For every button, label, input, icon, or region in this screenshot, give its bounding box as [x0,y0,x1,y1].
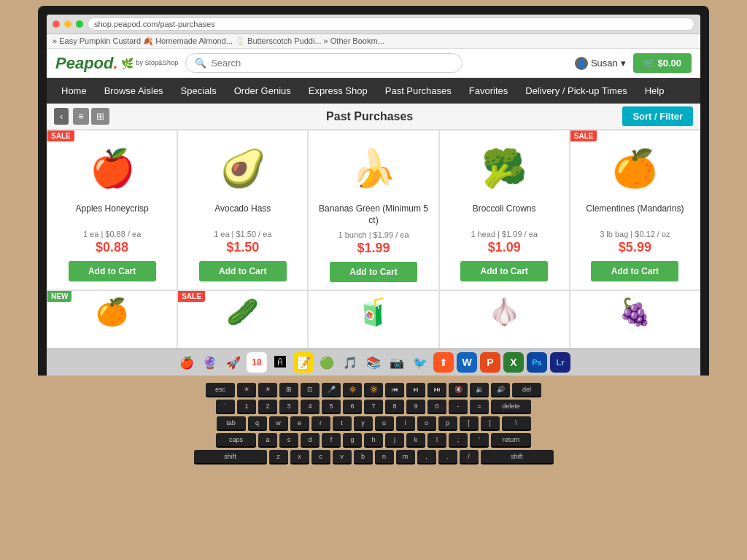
dock-photoshop[interactable]: Ps [527,352,547,373]
user-area[interactable]: 👤 Susan ▾ [575,57,626,70]
key-p[interactable]: p [438,416,457,431]
key-period[interactable]: . [438,450,457,464]
add-to-cart-broccoli[interactable]: Add to Cart [460,261,548,281]
key-j[interactable]: j [385,433,404,448]
key-1[interactable]: 1 [237,400,256,414]
nav-item-express-shop[interactable]: Express Shop [300,78,376,104]
key-n[interactable]: n [375,450,394,464]
grid-view-button[interactable]: ⊞ [91,108,109,125]
key-3[interactable]: 3 [279,400,298,414]
key-f8[interactable]: ⏮ [385,383,404,397]
key-f1[interactable]: ☀ [237,383,256,397]
key-vol-up[interactable]: 🔊 [491,383,510,397]
key-backtick[interactable]: ` [216,400,235,414]
key-equals[interactable]: = [470,400,489,414]
add-to-cart-apples[interactable]: Add to Cart [69,261,156,281]
dock-powerpoint[interactable]: P [480,352,500,373]
minimize-window-btn[interactable] [64,20,71,28]
add-to-cart-clementines[interactable]: Add to Cart [591,261,678,281]
key-comma[interactable]: , [417,450,436,464]
key-z[interactable]: z [269,450,288,464]
key-f5[interactable]: 🎤 [322,383,341,397]
key-f4[interactable]: ⊡ [301,383,320,397]
dock-excel[interactable]: X [503,352,524,373]
key-quote[interactable]: ' [470,433,489,448]
key-vol-down[interactable]: 🔉 [470,383,489,397]
key-8[interactable]: 8 [385,400,404,414]
close-window-btn[interactable] [53,20,60,28]
key-7[interactable]: 7 [364,400,383,414]
nav-item-home[interactable]: Home [53,78,96,104]
key-r[interactable]: r [311,416,330,431]
key-o[interactable]: o [417,416,436,431]
key-b[interactable]: b [354,450,373,464]
key-5[interactable]: 5 [322,400,341,414]
key-y[interactable]: y [354,416,373,431]
key-l[interactable]: l [427,433,446,448]
add-to-cart-avocado[interactable]: Add to Cart [199,261,287,281]
dock-books[interactable]: 📚 [363,352,384,373]
nav-item-specials[interactable]: Specials [172,78,225,104]
key-h[interactable]: h [364,433,383,448]
key-s[interactable]: s [279,433,298,448]
dock-calendar[interactable]: 18 [247,352,267,373]
key-bracket-close[interactable]: ] [481,416,500,431]
nav-item-past-purchases[interactable]: Past Purchases [376,78,460,104]
key-i[interactable]: i [396,416,415,431]
key-mute[interactable]: 🔇 [449,383,468,397]
key-tab[interactable]: tab [217,416,246,431]
nav-item-favorites[interactable]: Favorites [460,78,516,104]
key-m[interactable]: m [396,450,415,464]
key-f2[interactable]: ☀ [258,383,277,397]
nav-item-delivery[interactable]: Delivery / Pick-up Times [516,78,635,104]
key-4[interactable]: 4 [301,400,320,414]
key-return[interactable]: return [491,433,531,448]
key-f6[interactable]: 🔅 [343,383,362,397]
dock-twitter[interactable]: 🐦 [410,352,430,373]
key-t[interactable]: t [333,416,352,431]
key-g[interactable]: g [343,433,362,448]
dock-notes[interactable]: 📝 [293,352,314,373]
dock-siri[interactable]: 🔮 [200,352,220,373]
dock-word[interactable]: W [457,352,477,373]
key-d[interactable]: d [301,433,320,448]
key-backslash[interactable]: \ [502,416,531,431]
nav-item-order-genius[interactable]: Order Genius [225,78,300,104]
dock-music[interactable]: 🎵 [340,352,360,373]
dock-upload[interactable]: ⬆ [433,352,454,373]
key-w[interactable]: w [269,416,288,431]
key-a[interactable]: a [258,433,277,448]
maximize-window-btn[interactable] [76,20,83,28]
search-bar[interactable]: 🔍 [185,53,462,73]
key-delete[interactable]: del [512,383,541,397]
dock-lightroom[interactable]: Lr [550,352,570,373]
key-f3[interactable]: ⊞ [279,383,298,397]
key-f7[interactable]: 🔆 [364,383,383,397]
key-e[interactable]: e [290,416,309,431]
dock-appstore[interactable]: 🅰 [270,352,290,373]
key-q[interactable]: q [248,416,267,431]
list-view-button[interactable]: ≡ [73,108,89,125]
key-f9[interactable]: ⏯ [406,383,425,397]
dock-photos[interactable]: 📷 [387,352,407,373]
sort-filter-button[interactable]: Sort / Filter [622,106,693,126]
key-9[interactable]: 9 [406,400,425,414]
key-minus[interactable]: - [449,400,468,414]
nav-item-help[interactable]: Help [636,78,673,104]
cart-button[interactable]: 🛒 $0.00 [633,53,692,73]
dock-finder[interactable]: 🍎 [177,352,197,373]
back-button[interactable]: ‹ [54,108,69,125]
key-f[interactable]: f [322,433,341,448]
key-esc[interactable]: esc [206,383,235,397]
key-f10[interactable]: ⏭ [427,383,446,397]
search-input[interactable] [211,58,453,69]
key-v[interactable]: v [333,450,352,464]
key-u[interactable]: u [375,416,394,431]
dock-launchpad[interactable]: 🚀 [223,352,244,373]
key-semicolon[interactable]: ; [449,433,468,448]
dock-chrome[interactable]: 🟢 [317,352,337,373]
key-2[interactable]: 2 [258,400,277,414]
key-x[interactable]: x [290,450,309,464]
key-6[interactable]: 6 [343,400,362,414]
key-caps[interactable]: caps [216,433,256,448]
